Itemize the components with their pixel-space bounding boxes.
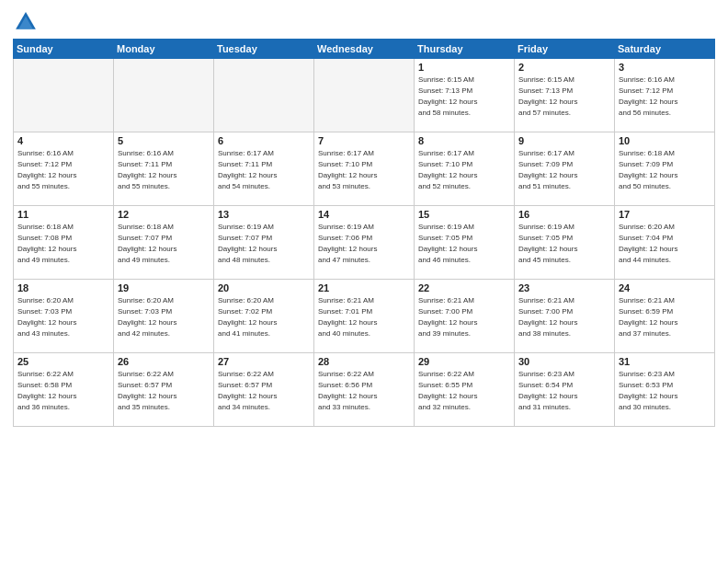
- calendar-cell: 29Sunrise: 6:22 AM Sunset: 6:55 PM Dayli…: [415, 353, 515, 427]
- calendar-cell: 11Sunrise: 6:18 AM Sunset: 7:08 PM Dayli…: [14, 206, 114, 280]
- day-number: 31: [619, 356, 711, 367]
- weekday-header-sunday: Sunday: [14, 40, 114, 59]
- day-number: 15: [418, 209, 510, 220]
- day-number: 27: [218, 356, 310, 367]
- day-info: Sunrise: 6:16 AM Sunset: 7:12 PM Dayligh…: [17, 148, 109, 192]
- calendar-cell: 26Sunrise: 6:22 AM Sunset: 6:57 PM Dayli…: [114, 353, 214, 427]
- calendar-week-3: 11Sunrise: 6:18 AM Sunset: 7:08 PM Dayli…: [14, 206, 715, 280]
- day-info: Sunrise: 6:19 AM Sunset: 7:07 PM Dayligh…: [218, 222, 310, 266]
- day-info: Sunrise: 6:21 AM Sunset: 7:00 PM Dayligh…: [418, 295, 510, 339]
- calendar-cell: 25Sunrise: 6:22 AM Sunset: 6:58 PM Dayli…: [14, 353, 114, 427]
- page-container: SundayMondayTuesdayWednesdayThursdayFrid…: [0, 0, 728, 434]
- day-info: Sunrise: 6:16 AM Sunset: 7:12 PM Dayligh…: [619, 75, 711, 119]
- day-number: 28: [318, 356, 410, 367]
- day-info: Sunrise: 6:17 AM Sunset: 7:09 PM Dayligh…: [518, 148, 610, 192]
- calendar-cell: [314, 59, 415, 132]
- day-info: Sunrise: 6:16 AM Sunset: 7:11 PM Dayligh…: [118, 148, 210, 192]
- calendar-cell: 6Sunrise: 6:17 AM Sunset: 7:11 PM Daylig…: [214, 132, 314, 206]
- calendar-cell: 20Sunrise: 6:20 AM Sunset: 7:02 PM Dayli…: [214, 280, 314, 353]
- calendar-cell: 21Sunrise: 6:21 AM Sunset: 7:01 PM Dayli…: [314, 280, 415, 353]
- day-number: 5: [118, 135, 210, 146]
- calendar-cell: 19Sunrise: 6:20 AM Sunset: 7:03 PM Dayli…: [114, 280, 214, 353]
- day-number: 16: [518, 209, 610, 220]
- calendar-cell: 5Sunrise: 6:16 AM Sunset: 7:11 PM Daylig…: [114, 132, 214, 206]
- calendar-cell: 18Sunrise: 6:20 AM Sunset: 7:03 PM Dayli…: [14, 280, 114, 353]
- calendar-cell: 12Sunrise: 6:18 AM Sunset: 7:07 PM Dayli…: [114, 206, 214, 280]
- day-number: 24: [619, 282, 711, 293]
- calendar-cell: 3Sunrise: 6:16 AM Sunset: 7:12 PM Daylig…: [615, 59, 715, 132]
- day-number: 20: [218, 282, 310, 293]
- day-number: 19: [118, 282, 210, 293]
- day-info: Sunrise: 6:17 AM Sunset: 7:10 PM Dayligh…: [418, 148, 510, 192]
- day-info: Sunrise: 6:19 AM Sunset: 7:06 PM Dayligh…: [318, 222, 410, 266]
- day-info: Sunrise: 6:22 AM Sunset: 6:57 PM Dayligh…: [218, 369, 310, 413]
- day-info: Sunrise: 6:15 AM Sunset: 7:13 PM Dayligh…: [418, 75, 510, 119]
- day-number: 2: [518, 62, 610, 73]
- day-number: 10: [619, 135, 711, 146]
- calendar-cell: 13Sunrise: 6:19 AM Sunset: 7:07 PM Dayli…: [214, 206, 314, 280]
- calendar-week-5: 25Sunrise: 6:22 AM Sunset: 6:58 PM Dayli…: [14, 353, 715, 427]
- day-number: 29: [418, 356, 510, 367]
- day-number: 9: [518, 135, 610, 146]
- weekday-header-tuesday: Tuesday: [214, 40, 314, 59]
- calendar-cell: 23Sunrise: 6:21 AM Sunset: 7:00 PM Dayli…: [515, 280, 615, 353]
- calendar-cell: 17Sunrise: 6:20 AM Sunset: 7:04 PM Dayli…: [615, 206, 715, 280]
- day-number: 13: [218, 209, 310, 220]
- day-info: Sunrise: 6:23 AM Sunset: 6:54 PM Dayligh…: [518, 369, 610, 413]
- calendar-cell: 15Sunrise: 6:19 AM Sunset: 7:05 PM Dayli…: [415, 206, 515, 280]
- calendar-week-2: 4Sunrise: 6:16 AM Sunset: 7:12 PM Daylig…: [14, 132, 715, 206]
- day-info: Sunrise: 6:18 AM Sunset: 7:09 PM Dayligh…: [619, 148, 711, 192]
- day-number: 7: [318, 135, 410, 146]
- day-number: 3: [619, 62, 711, 73]
- day-info: Sunrise: 6:22 AM Sunset: 6:56 PM Dayligh…: [318, 369, 410, 413]
- weekday-header-friday: Friday: [515, 40, 615, 59]
- day-number: 23: [518, 282, 610, 293]
- calendar-cell: [214, 59, 314, 132]
- day-info: Sunrise: 6:20 AM Sunset: 7:03 PM Dayligh…: [17, 295, 109, 339]
- day-number: 4: [17, 135, 109, 146]
- header: [13, 9, 715, 35]
- day-info: Sunrise: 6:20 AM Sunset: 7:04 PM Dayligh…: [619, 222, 711, 266]
- day-info: Sunrise: 6:17 AM Sunset: 7:10 PM Dayligh…: [318, 148, 410, 192]
- weekday-header-monday: Monday: [114, 40, 214, 59]
- calendar-cell: 10Sunrise: 6:18 AM Sunset: 7:09 PM Dayli…: [615, 132, 715, 206]
- day-number: 26: [118, 356, 210, 367]
- calendar-table: SundayMondayTuesdayWednesdayThursdayFrid…: [13, 39, 715, 427]
- calendar-cell: 27Sunrise: 6:22 AM Sunset: 6:57 PM Dayli…: [214, 353, 314, 427]
- calendar-week-4: 18Sunrise: 6:20 AM Sunset: 7:03 PM Dayli…: [14, 280, 715, 353]
- day-number: 14: [318, 209, 410, 220]
- calendar-cell: 8Sunrise: 6:17 AM Sunset: 7:10 PM Daylig…: [415, 132, 515, 206]
- calendar-cell: 24Sunrise: 6:21 AM Sunset: 6:59 PM Dayli…: [615, 280, 715, 353]
- calendar-cell: 1Sunrise: 6:15 AM Sunset: 7:13 PM Daylig…: [415, 59, 515, 132]
- day-info: Sunrise: 6:20 AM Sunset: 7:03 PM Dayligh…: [118, 295, 210, 339]
- logo-icon: [13, 9, 39, 35]
- day-info: Sunrise: 6:19 AM Sunset: 7:05 PM Dayligh…: [518, 222, 610, 266]
- day-info: Sunrise: 6:21 AM Sunset: 6:59 PM Dayligh…: [619, 295, 711, 339]
- day-info: Sunrise: 6:21 AM Sunset: 7:00 PM Dayligh…: [518, 295, 610, 339]
- day-number: 30: [518, 356, 610, 367]
- day-info: Sunrise: 6:21 AM Sunset: 7:01 PM Dayligh…: [318, 295, 410, 339]
- day-info: Sunrise: 6:22 AM Sunset: 6:55 PM Dayligh…: [418, 369, 510, 413]
- calendar-cell: 31Sunrise: 6:23 AM Sunset: 6:53 PM Dayli…: [615, 353, 715, 427]
- calendar-cell: 4Sunrise: 6:16 AM Sunset: 7:12 PM Daylig…: [14, 132, 114, 206]
- day-number: 8: [418, 135, 510, 146]
- calendar-week-1: 1Sunrise: 6:15 AM Sunset: 7:13 PM Daylig…: [14, 59, 715, 132]
- day-number: 6: [218, 135, 310, 146]
- day-number: 1: [418, 62, 510, 73]
- calendar-cell: [114, 59, 214, 132]
- day-number: 18: [17, 282, 109, 293]
- calendar-cell: 14Sunrise: 6:19 AM Sunset: 7:06 PM Dayli…: [314, 206, 415, 280]
- day-number: 21: [318, 282, 410, 293]
- day-info: Sunrise: 6:20 AM Sunset: 7:02 PM Dayligh…: [218, 295, 310, 339]
- day-info: Sunrise: 6:23 AM Sunset: 6:53 PM Dayligh…: [619, 369, 711, 413]
- calendar-cell: 2Sunrise: 6:15 AM Sunset: 7:13 PM Daylig…: [515, 59, 615, 132]
- calendar-cell: 22Sunrise: 6:21 AM Sunset: 7:00 PM Dayli…: [415, 280, 515, 353]
- day-info: Sunrise: 6:15 AM Sunset: 7:13 PM Dayligh…: [518, 75, 610, 119]
- day-number: 25: [17, 356, 109, 367]
- weekday-header-wednesday: Wednesday: [314, 40, 415, 59]
- day-number: 17: [619, 209, 711, 220]
- calendar-cell: [14, 59, 114, 132]
- day-number: 22: [418, 282, 510, 293]
- day-number: 12: [118, 209, 210, 220]
- weekday-header-thursday: Thursday: [415, 40, 515, 59]
